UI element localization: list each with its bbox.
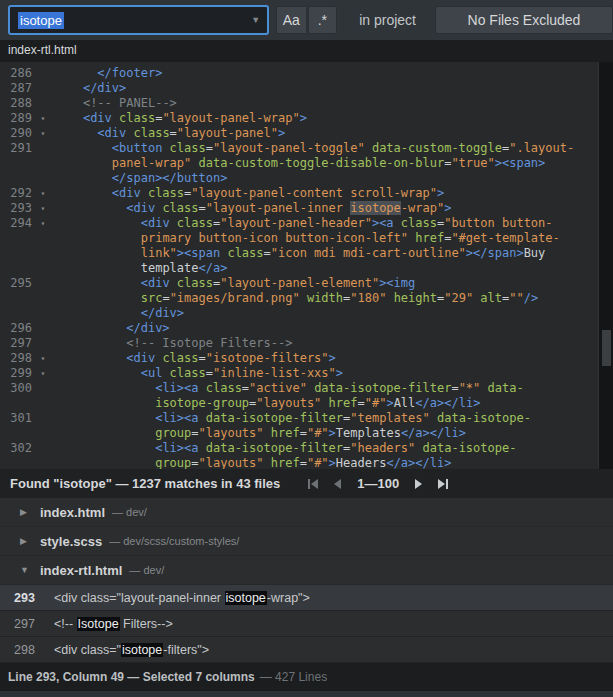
code-token: [415, 441, 422, 455]
search-result-match[interactable]: 297<!-- Isotope Filters-->: [0, 611, 613, 637]
search-result-match[interactable]: 293<div class="layout-panel-inner isotop…: [0, 585, 613, 611]
fold-spacer: [32, 426, 54, 441]
next-page-icon[interactable]: [415, 479, 422, 489]
code-token: class: [170, 141, 206, 155]
file-exclusions-button[interactable]: No Files Excluded: [435, 6, 613, 34]
code-token: [54, 261, 141, 275]
code-line[interactable]: isotope-group="layouts" href="#">All</a>…: [0, 396, 613, 411]
code-line[interactable]: 298▾ <div class="isotope-filters">: [0, 351, 613, 366]
line-number: 293: [0, 201, 32, 216]
search-result-file[interactable]: ▼index-rtl.html— dev/: [0, 556, 613, 585]
editor-scrollbar-thumb[interactable]: [602, 330, 611, 366]
code-token: data-custom-toggle: [372, 141, 502, 155]
fold-arrow-icon[interactable]: ▾: [32, 201, 54, 216]
line-number: 291: [0, 141, 32, 156]
search-result-file[interactable]: ▶style.scss— dev/scss/custom-styles/: [0, 527, 613, 556]
code-token: </a></li>: [401, 426, 466, 440]
regex-button[interactable]: .*: [308, 6, 338, 34]
collapse-icon[interactable]: ▼: [20, 565, 40, 575]
fold-arrow-icon[interactable]: ▾: [32, 186, 54, 201]
code-line[interactable]: 299▾ <ul class="inline-list-xxs">: [0, 366, 613, 381]
fold-arrow-icon[interactable]: ▾: [32, 111, 54, 126]
code-token: ><span>: [495, 156, 546, 170]
code-token: class: [133, 126, 169, 140]
fold-arrow-icon[interactable]: ▾: [32, 366, 54, 381]
code-line[interactable]: 288 <!-- PANEL-->: [0, 96, 613, 111]
last-page-icon[interactable]: [438, 479, 448, 489]
code-line[interactable]: group="layouts" href="#">Headers</a></li…: [0, 456, 613, 469]
code-text: <li><a data-isotope-filter="headers" dat…: [54, 441, 613, 456]
previous-page-icon[interactable]: [334, 479, 341, 489]
code-token: "layouts": [199, 456, 264, 469]
cursor-position-status[interactable]: Line 293, Column 49 — Selected 7 columns: [8, 670, 255, 684]
fold-spacer: [32, 231, 54, 246]
line-number: 299: [0, 366, 32, 381]
code-line[interactable]: 301 <li><a data-isotope-filter="template…: [0, 411, 613, 426]
first-page-icon[interactable]: [308, 479, 318, 489]
code-token: -wrap": [401, 201, 444, 215]
fold-arrow-icon[interactable]: ▾: [32, 126, 54, 141]
match-case-button[interactable]: Aa: [276, 6, 306, 34]
code-token: >: [300, 111, 307, 125]
code-token: panel-wrap": [112, 156, 191, 170]
code-token: class: [162, 351, 198, 365]
code-token: "#": [307, 426, 329, 440]
code-line[interactable]: 289▾ <div class="layout-panel-wrap">: [0, 111, 613, 126]
code-line[interactable]: group="layouts" href="#">Templates</a></…: [0, 426, 613, 441]
code-line[interactable]: 297 <!-- Isotope Filters-->: [0, 336, 613, 351]
code-token: <li><a: [155, 381, 206, 395]
chevron-down-icon[interactable]: ▼: [251, 15, 260, 25]
code-token: >: [278, 126, 285, 140]
code-token: "layout-panel-toggle": [213, 141, 365, 155]
code-token: =: [199, 201, 206, 215]
code-line[interactable]: </span></button>: [0, 171, 613, 186]
code-line[interactable]: primary button-icon button-icon-left" hr…: [0, 231, 613, 246]
code-text: link"><span class="icon mdi mdi-cart-out…: [54, 246, 613, 261]
fold-arrow-icon[interactable]: ▾: [32, 351, 54, 366]
match-highlight: isotope: [225, 591, 267, 605]
code-token: [54, 441, 155, 455]
code-line[interactable]: 292▾ <div class="layout-panel-content sc…: [0, 186, 613, 201]
code-line[interactable]: 300 <li><a class="active" data-isotope-f…: [0, 381, 613, 396]
line-number: [0, 171, 32, 186]
results-list: ▶index.html— dev/▶style.scss— dev/scss/c…: [0, 498, 613, 663]
code-line[interactable]: 295 <div class="layout-panel-element"><i…: [0, 276, 613, 291]
code-line[interactable]: 291 <button class="layout-panel-toggle" …: [0, 141, 613, 156]
code-line[interactable]: template</a>: [0, 261, 613, 276]
code-token: =: [191, 456, 198, 469]
code-token: ></span>: [466, 246, 524, 260]
expand-icon[interactable]: ▶: [20, 507, 40, 517]
search-result-file[interactable]: ▶index.html— dev/: [0, 498, 613, 527]
code-line[interactable]: 293▾ <div class="layout-panel-inner isot…: [0, 201, 613, 216]
code-line[interactable]: 290▾ <div class="layout-panel">: [0, 126, 613, 141]
search-input[interactable]: isotope ▼: [8, 5, 269, 35]
code-line[interactable]: 302 <li><a data-isotope-filter="headers"…: [0, 441, 613, 456]
code-editor[interactable]: 286 </footer>287 </div>288 <!-- PANEL-->…: [0, 62, 613, 469]
search-result-match[interactable]: 298<div class="isotope-filters">: [0, 637, 613, 663]
code-token: "layout-panel": [177, 126, 278, 140]
line-number: [0, 291, 32, 306]
code-line[interactable]: panel-wrap" data-custom-toggle-disable-o…: [0, 156, 613, 171]
match-line-text: <div class="isotope-filters">: [54, 643, 209, 657]
match-line-number: 298: [14, 643, 42, 657]
code-line[interactable]: 287 </div>: [0, 81, 613, 96]
fold-arrow-icon[interactable]: ▾: [32, 216, 54, 231]
code-line[interactable]: 294▾ <div class="layout-panel-header"><a…: [0, 216, 613, 231]
fold-spacer: [32, 81, 54, 96]
code-text: isotope-group="layouts" href="#">All</a>…: [54, 396, 613, 411]
code-line[interactable]: </div>: [0, 306, 613, 321]
code-line[interactable]: 296 </div>: [0, 321, 613, 336]
code-line[interactable]: link"><span class="icon mdi mdi-cart-out…: [0, 246, 613, 261]
line-number: 302: [0, 441, 32, 456]
fold-spacer: [32, 66, 54, 81]
code-line[interactable]: 286 </footer>: [0, 66, 613, 81]
code-line[interactable]: src="images/brand.png" width="180" heigh…: [0, 291, 613, 306]
code-token: data-isotope-filter: [206, 411, 343, 425]
code-token: [54, 96, 83, 110]
code-token: [300, 291, 307, 305]
expand-icon[interactable]: ▶: [20, 536, 40, 546]
code-token: class: [170, 366, 206, 380]
code-token: ".layout-: [509, 141, 574, 155]
match-text: <div class=": [54, 643, 121, 657]
editor-scrollbar[interactable]: [598, 62, 613, 469]
